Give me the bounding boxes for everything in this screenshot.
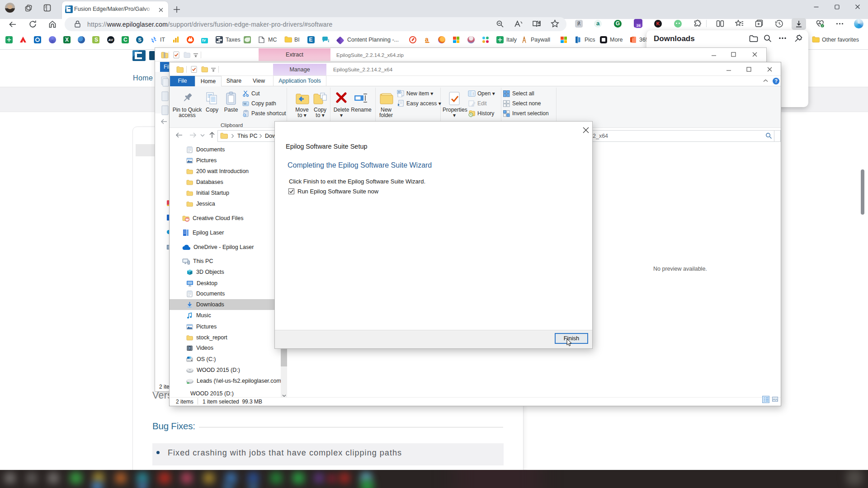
svg-text:W..: W.. [244,102,248,105]
